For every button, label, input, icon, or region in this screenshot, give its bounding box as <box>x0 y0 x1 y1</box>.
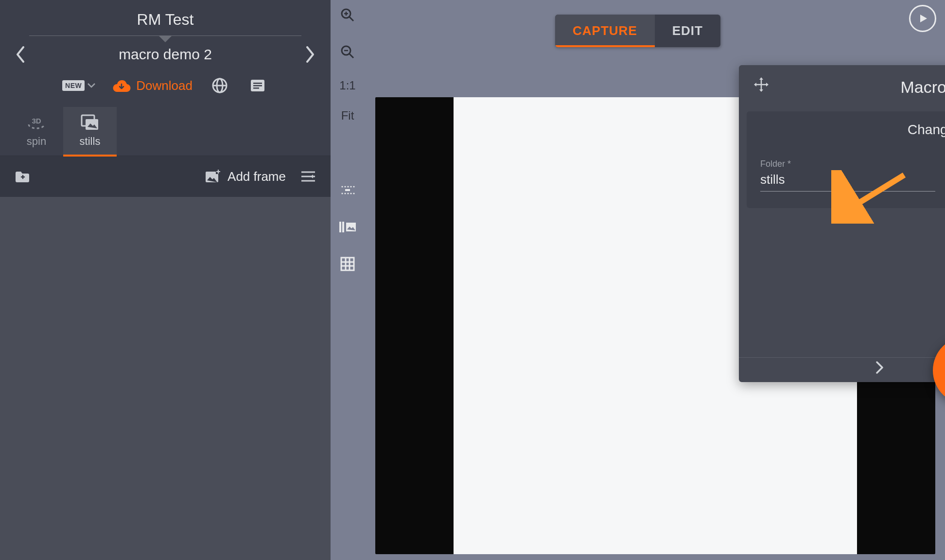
macro-add-step-button[interactable]: ＋ Add <box>739 208 945 250</box>
image-plus-icon <box>204 169 222 184</box>
zoom-in-button[interactable] <box>337 5 358 25</box>
folder-label: Folder * <box>760 159 935 169</box>
tab-stills[interactable]: stills <box>63 107 117 156</box>
folder-plus-icon <box>14 169 31 184</box>
stills-icon <box>80 114 100 131</box>
globe-icon <box>211 77 228 94</box>
list-card-icon <box>249 77 266 94</box>
mode-tabs: 3D spin stills <box>0 101 331 156</box>
globe-button[interactable] <box>209 75 230 96</box>
macro-step-title: Change folder <box>908 122 945 138</box>
zoom-out-button[interactable] <box>337 42 358 62</box>
svg-point-22 <box>350 192 351 194</box>
macro-step-card: Change folder Folder * <box>747 111 945 208</box>
svg-point-15 <box>344 186 346 187</box>
segment-capture[interactable]: CAPTURE <box>555 15 655 47</box>
svg-rect-13 <box>345 189 350 191</box>
left-panel: RM Test macro demo 2 NEW Download <box>0 0 331 560</box>
macro-panel: Macro: No name * Change folder <box>739 65 945 382</box>
svg-point-14 <box>341 186 343 187</box>
project-name: macro demo 2 <box>30 46 300 63</box>
macro-title-prefix: Macro: <box>900 78 945 97</box>
menu-collapse-icon <box>300 170 316 183</box>
svg-rect-4 <box>253 85 262 87</box>
prev-project-button[interactable] <box>11 45 30 64</box>
capture-area: CAPTURE EDIT <box>331 0 945 560</box>
next-project-button[interactable] <box>300 45 320 64</box>
tab-spin[interactable]: 3D spin <box>10 107 63 156</box>
exposure-tool-button[interactable] <box>337 180 358 200</box>
grid-icon <box>340 256 355 272</box>
svg-point-17 <box>350 186 351 187</box>
new-dropdown[interactable]: NEW <box>62 80 95 91</box>
grid-tool-button[interactable] <box>337 254 358 274</box>
macro-move-handle[interactable] <box>752 76 770 95</box>
chevron-right-icon <box>875 361 884 374</box>
live-view-button[interactable] <box>909 5 936 32</box>
zoom-actual-button[interactable]: 1:1 <box>339 79 355 92</box>
svg-point-18 <box>353 186 354 187</box>
collapse-list-button[interactable] <box>298 166 319 187</box>
cloud-download-icon <box>112 78 131 93</box>
zoom-out-icon <box>340 44 355 60</box>
svg-point-19 <box>341 192 343 194</box>
svg-point-16 <box>347 186 349 187</box>
compare-icon <box>338 220 357 234</box>
new-folder-button[interactable] <box>12 166 33 187</box>
svg-rect-24 <box>339 222 341 232</box>
spin-3d-icon: 3D <box>26 114 47 131</box>
project-actions: NEW Download <box>0 66 331 101</box>
svg-rect-5 <box>253 88 259 89</box>
compare-tool-button[interactable] <box>337 217 358 237</box>
svg-point-23 <box>353 192 354 194</box>
new-badge-label: NEW <box>62 80 85 91</box>
move-icon <box>752 76 770 93</box>
folder-field: Folder * <box>760 159 935 192</box>
scan-line-icon <box>339 183 356 197</box>
frames-list-empty <box>0 197 331 560</box>
zoom-in-icon <box>340 7 355 23</box>
svg-point-21 <box>347 192 349 194</box>
svg-rect-27 <box>341 258 354 270</box>
macro-footer <box>739 357 945 382</box>
macro-next-button[interactable] <box>875 361 884 376</box>
project-title: RM Test <box>29 0 301 36</box>
tab-spin-label: spin <box>27 135 46 148</box>
download-button[interactable]: Download <box>112 78 192 93</box>
chevron-down-icon <box>88 83 95 88</box>
add-frame-label: Add frame <box>228 169 286 184</box>
folder-input[interactable] <box>760 169 935 192</box>
segment-edit[interactable]: EDIT <box>655 15 720 47</box>
macro-header: Macro: No name * <box>739 65 945 111</box>
zoom-fit-button[interactable]: Fit <box>341 109 354 122</box>
download-label: Download <box>136 78 192 93</box>
play-outline-icon <box>917 13 928 24</box>
svg-text:3D: 3D <box>32 117 41 125</box>
tab-stills-label: stills <box>80 135 101 148</box>
frames-toolbar: Add frame <box>0 156 331 197</box>
svg-point-20 <box>344 192 346 194</box>
capture-edit-segment: CAPTURE EDIT <box>555 15 720 47</box>
view-toolbar: 1:1 Fit <box>337 5 358 274</box>
svg-rect-25 <box>342 222 344 232</box>
comments-button[interactable] <box>247 75 268 96</box>
add-frame-button[interactable]: Add frame <box>204 169 286 184</box>
svg-rect-3 <box>253 83 262 84</box>
